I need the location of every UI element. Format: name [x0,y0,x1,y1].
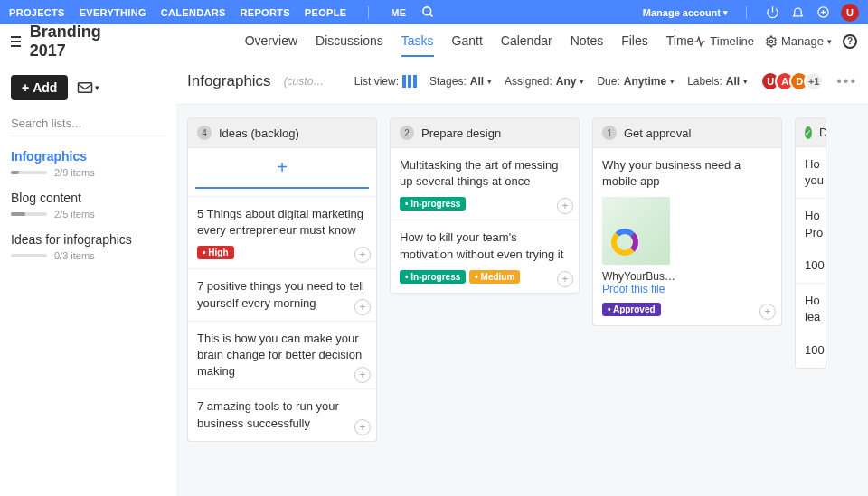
column-header[interactable]: ✓Di [795,117,826,147]
filter-value: All [470,75,484,88]
filter-label: Stages: [429,75,467,88]
filter-due[interactable]: Due: Anytime ▾ [597,75,675,88]
card-text: 7 positive things you need to tell yours… [197,278,367,311]
kanban-board: 4Ideas (backlog)+5 Things about digital … [176,105,868,496]
card-text: Hoyou [805,156,816,189]
column-title: Get approval [624,126,691,140]
search-lists-input[interactable]: Search lists... [11,117,165,136]
card-add-icon[interactable]: + [354,367,371,383]
sidebar-list-item[interactable]: Blog content 2/5 items [11,191,165,220]
nav-right: Manage account ▾ U [643,4,859,22]
nav-projects[interactable]: PROJECTS [9,7,65,18]
nav-people[interactable]: PEOPLE [305,7,346,18]
task-card[interactable]: Hoyou [796,147,826,198]
card-add-icon[interactable]: + [354,419,371,435]
tab-files[interactable]: Files [621,26,648,57]
tab-gantt[interactable]: Gantt [452,26,483,57]
list-title: Infographics [187,72,271,90]
sidebar-list-item[interactable]: Infographics 2/9 items [11,149,165,178]
task-card[interactable]: Multitasking the art of messing up sever… [391,148,579,220]
task-card[interactable]: HoPro100 [796,198,826,283]
card-add-icon[interactable]: + [557,271,573,287]
nav-left: PROJECTS EVERYTHING CALENDARS REPORTS PE… [9,5,435,20]
bell-icon[interactable] [790,5,805,20]
task-card[interactable]: 7 amazing tools to run your business suc… [188,388,376,440]
user-avatar[interactable]: U [841,4,859,22]
nav-everything[interactable]: EVERYTHING [80,7,146,18]
task-card[interactable]: 5 Things about digital marketing every e… [188,196,376,268]
envelope-icon [77,81,93,94]
svg-point-6 [769,40,773,43]
column-count: 1 [602,126,617,140]
column-header[interactable]: 4Ideas (backlog) [187,117,377,148]
nav-calendars[interactable]: CALENDARS [161,7,226,18]
task-card[interactable]: How to kill your team's motivation witho… [391,220,579,292]
task-card[interactable]: 7 positive things you need to tell yours… [188,268,376,320]
card-text: Holea100 [805,293,816,359]
list-count: 2/5 items [54,209,95,220]
mail-dropdown[interactable]: ▾ [77,81,99,94]
chevron-down-icon: ▾ [723,8,728,17]
tab-notes[interactable]: Notes [571,26,604,57]
filter-value: Any [556,75,577,88]
manage-account-label: Manage account [643,7,721,18]
tag-inprogress: • In-progress [400,197,466,211]
gear-icon [765,35,778,48]
card-text: This is how you can make your brain chan… [197,331,367,380]
card-tags: • Approved [602,303,772,316]
tag-medium: • Medium [469,270,520,284]
column-body: Multitasking the art of messing up sever… [390,148,580,294]
chevron-down-icon: ▾ [487,77,492,86]
card-text: Why your business need a mobile app [602,157,772,190]
menu-icon[interactable] [11,36,21,47]
main: + Add ▾ Search lists... Infographics 2/9… [0,59,868,496]
chevron-down-icon: ▾ [827,37,832,46]
assignee-avatars[interactable]: UAD+1 [760,71,824,91]
sidebar: + Add ▾ Search lists... Infographics 2/9… [0,59,176,496]
more-assignees[interactable]: +1 [804,71,824,91]
more-menu[interactable]: ••• [836,73,857,89]
timeline-label: Timeline [710,34,754,48]
project-bar: Branding 2017 Overview Discussions Tasks… [0,24,868,59]
sidebar-list-item[interactable]: Ideas for infographics 0/3 items [11,232,165,261]
filter-labels[interactable]: Labels: All ▾ [687,75,748,88]
manage-account-link[interactable]: Manage account ▾ [643,7,728,18]
filter-value: All [726,75,740,88]
tab-discussions[interactable]: Discussions [316,26,383,57]
tab-time[interactable]: Time [666,26,694,57]
search-icon[interactable] [420,5,435,20]
card-add-icon[interactable]: + [354,247,371,263]
kanban-column: ✓DiHoyouHoPro100Holea100 [795,117,826,483]
filter-stages[interactable]: Stages: All ▾ [429,75,492,88]
card-add-icon[interactable]: + [557,198,573,214]
list-subtitle: (custo… [284,75,325,88]
task-card[interactable]: Why your business need a mobile appWhyYo… [593,148,781,325]
add-circle-icon[interactable] [816,5,830,20]
help-icon[interactable]: ? [843,34,857,49]
task-card[interactable]: This is how you can make your brain chan… [188,321,376,389]
tag-approved: • Approved [602,303,661,316]
list-view-toggle[interactable]: List view: [354,75,417,88]
task-card[interactable]: Holea100 [796,283,826,368]
column-header[interactable]: 2Prepare design [390,117,580,148]
proof-file-link[interactable]: Proof this file [602,283,772,295]
nav-me[interactable]: ME [391,7,406,18]
manage-dropdown[interactable]: Manage ▾ [765,34,832,48]
chevron-down-icon: ▾ [95,83,99,92]
column-body: +5 Things about digital marketing every … [187,148,377,442]
timeline-link[interactable]: Timeline [693,34,754,48]
card-add-icon[interactable]: + [354,299,371,315]
nav-reports[interactable]: REPORTS [241,7,290,18]
column-title: Ideas (backlog) [219,126,299,140]
power-icon[interactable] [765,5,779,20]
add-card-button[interactable]: + [195,148,369,189]
add-button[interactable]: + Add [11,75,68,100]
card-add-icon[interactable]: + [760,304,776,320]
add-button-label: Add [33,80,57,95]
tab-overview[interactable]: Overview [245,26,297,57]
tab-tasks[interactable]: Tasks [401,26,434,57]
column-header[interactable]: 1Get approval [592,117,782,148]
filter-assigned[interactable]: Assigned: Any ▾ [505,75,584,88]
kanban-column: 4Ideas (backlog)+5 Things about digital … [187,117,377,483]
tab-calendar[interactable]: Calendar [501,26,552,57]
